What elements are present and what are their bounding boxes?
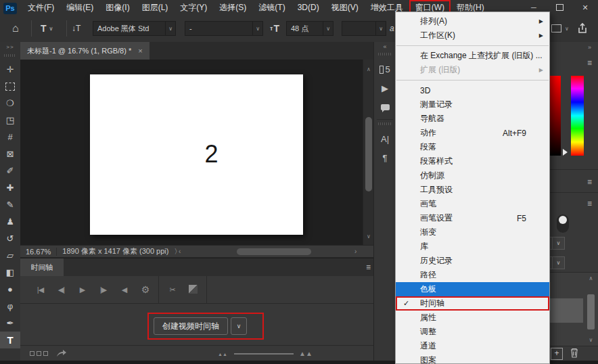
scroll-left-icon[interactable]: ‹ xyxy=(179,248,181,255)
history-panel-icon[interactable]: 5 xyxy=(374,60,396,78)
window-menu-item-历史记录[interactable]: 历史记录 xyxy=(396,254,549,268)
lasso-tool[interactable]: ❍ xyxy=(0,95,20,112)
collapse-dock-icon[interactable]: » xyxy=(588,44,591,51)
scroll-right-icon[interactable]: › xyxy=(354,248,356,255)
maximize-button[interactable] xyxy=(547,0,572,15)
menubar-item-4[interactable]: 图层(L) xyxy=(136,0,175,15)
window-menu-item-库[interactable]: 库 xyxy=(396,240,549,254)
window-menu-item-在-Exchange-上查找扩展-旧版-[interactable]: 在 Exchange 上查找扩展 (旧版) ... xyxy=(396,49,549,63)
menubar-item-1[interactable]: 文件(F) xyxy=(22,0,60,15)
menubar-item-8[interactable]: 3D(D) xyxy=(292,0,325,15)
healing-brush-tool[interactable]: ✚ xyxy=(0,179,20,196)
window-menu-item-工作区-K-[interactable]: 工作区(K)▶ xyxy=(396,28,549,43)
screen-mode-select[interactable]: ∨ xyxy=(551,15,569,42)
first-frame-button[interactable]: |◀ xyxy=(30,286,51,294)
vertical-scrollbar[interactable]: ∧ ∨ xyxy=(363,60,374,245)
transition-button[interactable] xyxy=(183,285,204,295)
menubar-item-2[interactable]: 编辑(E) xyxy=(60,0,99,15)
menubar-item-9[interactable]: 视图(V) xyxy=(325,0,365,15)
actions-panel-icon[interactable]: ▶ xyxy=(374,78,396,97)
add-item-button[interactable]: + xyxy=(551,348,563,360)
zoom-in-timeline-icon[interactable]: ▲▲ xyxy=(299,350,313,357)
window-menu-item-段落样式[interactable]: 段落样式 xyxy=(396,154,549,168)
render-arrow-icon[interactable] xyxy=(55,348,68,358)
window-menu-item-路径[interactable]: 路径 xyxy=(396,268,549,282)
panel-menu-icon[interactable]: ≡ xyxy=(587,177,592,187)
window-menu-item-动作[interactable]: 动作Alt+F9 xyxy=(396,126,549,140)
horizontal-scrollbar-thumb[interactable] xyxy=(237,248,311,255)
window-menu-item-画笔设置[interactable]: 画笔设置F5 xyxy=(396,211,549,225)
previous-frame-button[interactable]: ◀| xyxy=(51,286,72,294)
menubar-item-6[interactable]: 选择(S) xyxy=(213,0,252,15)
vertical-scrollbar-thumb[interactable] xyxy=(365,117,372,191)
window-menu-item-测量记录[interactable]: 测量记录 xyxy=(396,97,549,112)
hue-slider-handle[interactable] xyxy=(563,149,571,156)
hue-slider-bar[interactable] xyxy=(571,76,584,156)
window-menu-item-图案[interactable]: 图案 xyxy=(396,353,549,364)
home-icon[interactable]: ⌂ xyxy=(12,15,19,42)
expand-panels-icon[interactable]: « xyxy=(374,42,396,51)
dodge-tool[interactable]: φ xyxy=(0,298,20,315)
window-menu-item-渐变[interactable]: 渐变 xyxy=(396,225,549,240)
history-brush-tool[interactable]: ↺ xyxy=(0,230,20,247)
eraser-tool[interactable]: ▱ xyxy=(0,247,20,264)
marquee-tool[interactable] xyxy=(0,78,20,95)
type-tool-preset[interactable]: T ∨ xyxy=(41,15,53,42)
anti-alias-select[interactable]: ∨ xyxy=(342,21,386,36)
brush-tool[interactable]: ✎ xyxy=(0,196,20,213)
text-orientation-toggle[interactable]: ↓T xyxy=(72,15,80,42)
panel-menu-icon[interactable]: ≡ xyxy=(587,199,592,208)
window-menu-item-排列-A-[interactable]: 排列(A)▶ xyxy=(396,14,549,28)
zoom-out-timeline-icon[interactable]: ▲▲ xyxy=(218,352,227,357)
scroll-down-icon[interactable]: ∨ xyxy=(363,233,374,240)
font-family-select[interactable]: Adobe 黑体 Std ∨ xyxy=(93,21,176,36)
window-menu-item-画笔[interactable]: 画笔 xyxy=(396,197,549,211)
panel-menu-icon[interactable]: ≡ xyxy=(587,58,592,68)
crop-tool[interactable]: # xyxy=(0,129,20,145)
font-size-select[interactable]: 48 点 ∨ xyxy=(286,21,334,36)
blur-tool[interactable]: ● xyxy=(0,281,20,298)
window-menu-item-时间轴[interactable]: ✓时间轴 xyxy=(396,296,549,311)
font-style-select[interactable]: - ∨ xyxy=(185,21,263,36)
layer-toggle[interactable] xyxy=(557,214,569,233)
panel-scrollbar-thumb[interactable] xyxy=(587,294,595,329)
clone-stamp-tool[interactable]: ♟ xyxy=(0,213,20,230)
zoom-level[interactable]: 16.67% xyxy=(20,248,57,256)
timeline-type-dropdown[interactable]: ∨ xyxy=(231,317,247,335)
document-tab[interactable]: 未标题-1 @ 16.7% (1, RGB/8) * × xyxy=(20,42,150,60)
play-button[interactable]: ▶ xyxy=(72,286,93,294)
window-menu-item-段落[interactable]: 段落 xyxy=(396,140,549,154)
panel-scrollbar[interactable]: ∧ ∨ xyxy=(586,273,596,346)
pen-tool[interactable]: ✒ xyxy=(0,315,20,332)
timeline-zoom-slider[interactable] xyxy=(234,353,294,355)
notes-panel-icon[interactable] xyxy=(374,97,396,116)
canvas[interactable]: 2 xyxy=(90,74,303,235)
frame-tool[interactable]: ⊠ xyxy=(0,145,20,162)
share-button[interactable] xyxy=(576,15,589,42)
window-menu-item-调整[interactable]: 调整 xyxy=(396,325,549,339)
split-clip-button[interactable]: ✂ xyxy=(162,286,183,294)
close-tab-icon[interactable]: × xyxy=(138,47,142,55)
mute-audio-button[interactable]: ◀ xyxy=(114,286,135,294)
scroll-up-icon[interactable]: ∧ xyxy=(586,275,596,281)
close-button[interactable]: ✕ xyxy=(572,0,598,15)
window-menu-item-工具预设[interactable]: 工具预设 xyxy=(396,183,549,197)
create-video-timeline-button[interactable]: 创建视频时间轴 xyxy=(154,317,228,335)
window-menu-item-色板[interactable]: 色板 xyxy=(396,282,549,296)
move-tool[interactable]: ✛ xyxy=(0,61,20,78)
window-menu-item-仿制源[interactable]: 仿制源 xyxy=(396,168,549,183)
panel-menu-icon[interactable]: ≡ xyxy=(366,263,371,272)
window-menu-item-属性[interactable]: 属性 xyxy=(396,311,549,325)
scroll-down-icon[interactable]: ∨ xyxy=(586,337,596,343)
menubar-item-3[interactable]: 图像(I) xyxy=(99,0,135,15)
character-panel-icon[interactable]: A| xyxy=(374,129,396,148)
delete-trash-icon[interactable] xyxy=(569,346,580,359)
scroll-up-icon[interactable]: ∧ xyxy=(363,66,374,72)
menubar-item-5[interactable]: 文字(Y) xyxy=(174,0,213,15)
paragraph-panel-icon[interactable]: ¶ xyxy=(374,148,396,167)
timeline-tab[interactable]: 时间轴 xyxy=(20,258,64,276)
window-menu-item-导航器[interactable]: 导航器 xyxy=(396,112,549,126)
type-tool[interactable]: T xyxy=(0,332,20,348)
window-menu-item-3D[interactable]: 3D xyxy=(396,83,549,97)
menubar-item-7[interactable]: 滤镜(T) xyxy=(252,0,291,15)
